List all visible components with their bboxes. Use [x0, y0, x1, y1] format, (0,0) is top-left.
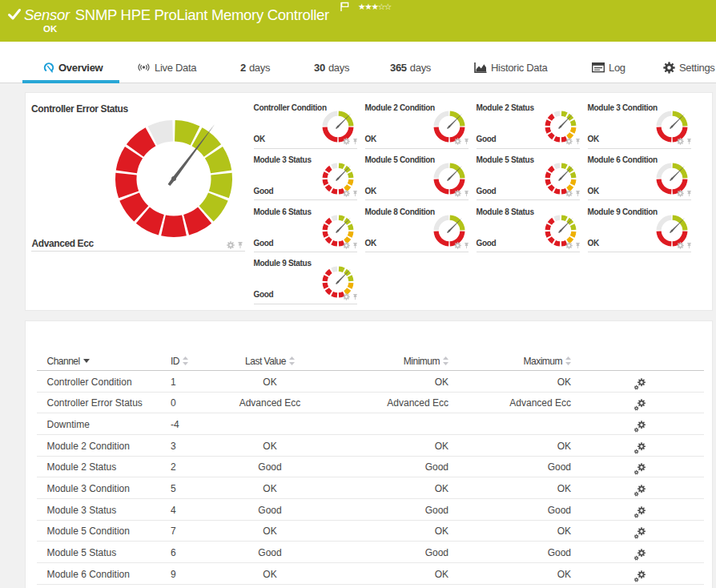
sort-icon[interactable] [183, 356, 188, 365]
gauge-settings-gear-icon[interactable] [565, 190, 573, 197]
channel-row[interactable]: Module 2 Status2GoodGoodGood [37, 456, 704, 477]
tab-365-days[interactable]: 365days [390, 53, 431, 82]
channel-settings-icon[interactable] [634, 441, 646, 453]
cell-id: 1 [171, 371, 176, 393]
tab-log[interactable]: Log [592, 53, 625, 82]
tab-30-days[interactable]: 30days [314, 53, 349, 82]
sensor-status-header: Sensor SNMP HPE ProLiant Memory Controll… [0, 0, 716, 42]
gauge-settings-gear-icon[interactable] [343, 138, 350, 145]
gauge-settings-gear-icon[interactable] [454, 242, 461, 249]
gauge-settings-gear-icon[interactable] [343, 190, 350, 197]
column-label: Maximum [523, 356, 562, 367]
column-header-last_value[interactable]: Last Value [206, 352, 334, 370]
gauge-pin-icon[interactable] [463, 138, 470, 145]
gauge-pin-icon[interactable] [686, 242, 693, 249]
sensor-title-line: Sensor SNMP HPE ProLiant Memory Controll… [24, 4, 329, 26]
gauge-cell-divider [477, 148, 580, 149]
channel-row[interactable]: Module 5 Condition7OKOKOK [37, 520, 704, 542]
channel-settings-icon[interactable] [634, 505, 646, 518]
gauge-value: Good [254, 187, 274, 195]
sort-icon[interactable] [289, 356, 295, 365]
gauge-value: Good [477, 187, 497, 195]
cell-min: Good [362, 542, 449, 563]
channel-row[interactable]: Module 6 Condition9OKOKOK [37, 563, 704, 585]
gauge-settings-gear-icon[interactable] [343, 293, 350, 300]
sort-desc-icon[interactable] [83, 359, 90, 363]
channel-settings-icon[interactable] [634, 461, 646, 474]
gauge-pin-icon[interactable] [352, 190, 359, 197]
column-header-channel[interactable]: Channel [47, 352, 90, 370]
channel-row[interactable]: Module 5 Status6GoodGoodGood [37, 542, 704, 563]
gauge-pin-icon[interactable] [463, 242, 470, 249]
cell-channel: Module 5 Status [47, 542, 117, 563]
gauge-pin-icon[interactable] [686, 138, 693, 145]
tab-bar: OverviewLive Data2days30days365daysHisto… [0, 42, 716, 83]
cell-min: OK [362, 371, 449, 393]
gauge-pin-icon[interactable] [574, 190, 581, 197]
gauge-cell-divider [588, 148, 691, 149]
column-header-id[interactable]: ID [171, 352, 188, 370]
gauge-settings-gear-icon[interactable] [565, 138, 573, 145]
column-header-maximum[interactable]: Maximum [485, 352, 571, 370]
gauge-settings-gear-icon[interactable] [565, 242, 573, 249]
sensor-status-text: OK [43, 24, 57, 34]
gauge-pin-icon[interactable] [574, 242, 581, 249]
gauge-pin-icon[interactable] [352, 242, 359, 249]
cell-last: OK [206, 520, 334, 542]
gauge-pin-icon[interactable] [463, 190, 470, 197]
gauge-icon [43, 62, 54, 73]
tab-2-days[interactable]: 2days [240, 53, 270, 82]
gauge-cell-divider [588, 199, 691, 200]
cell-last: Good [206, 456, 334, 477]
gauge-settings-gear-icon[interactable] [677, 190, 684, 197]
gauge-settings-gear-icon[interactable] [454, 138, 461, 145]
gauge-settings-gear-icon[interactable] [677, 242, 684, 249]
tab-overview[interactable]: Overview [43, 53, 103, 82]
column-header-minimum[interactable]: Minimum [362, 352, 449, 370]
cell-channel: Downtime [47, 413, 90, 435]
channel-row[interactable]: Module 3 Status4GoodGoodGood [37, 499, 704, 521]
tab-historic-data[interactable]: Historic Data [474, 53, 548, 82]
gauge-settings-gear-icon[interactable] [677, 138, 684, 145]
gauges-panel: Controller Error Status Advanced Ecc Con… [25, 92, 713, 311]
sort-icon[interactable] [565, 356, 571, 365]
channel-settings-icon[interactable] [634, 397, 646, 410]
channel-settings-icon[interactable] [634, 483, 646, 496]
gauge-pin-icon[interactable] [352, 293, 359, 300]
channel-row[interactable]: Downtime-4 [37, 413, 704, 435]
cell-max: OK [485, 435, 571, 457]
tab-label: days [410, 62, 431, 74]
cell-channel: Module 6 Condition [47, 563, 130, 585]
gauge-settings-gear-icon[interactable] [343, 242, 350, 249]
channel-settings-icon[interactable] [634, 419, 646, 432]
cell-max [485, 413, 571, 435]
tab-settings[interactable]: Settings [663, 53, 715, 82]
column-label: Minimum [404, 356, 440, 367]
channel-row[interactable]: Module 3 Condition5OKOKOK [37, 477, 704, 499]
gauge-settings-gear-icon[interactable] [454, 190, 461, 197]
cell-max: Good [485, 456, 571, 477]
gauge-settings-gear-icon[interactable] [227, 241, 235, 249]
channel-settings-icon[interactable] [634, 377, 646, 389]
channel-row[interactable]: Module 2 Condition3OKOKOK [37, 435, 704, 457]
gauge-title: Module 2 Status [477, 103, 534, 112]
tab-live-data[interactable]: Live Data [137, 53, 196, 82]
gauge-pin-icon[interactable] [352, 138, 359, 145]
tab-number: 30 [314, 62, 325, 74]
channel-row[interactable]: Controller Condition1OKOKOK [37, 371, 704, 393]
channel-settings-icon[interactable] [634, 569, 646, 582]
gauge-pin-icon[interactable] [236, 241, 244, 249]
gauge-value: Good [254, 239, 274, 248]
priority-stars[interactable]: ★★★☆☆ [358, 2, 391, 11]
channel-settings-icon[interactable] [634, 526, 646, 538]
gauge-pin-icon[interactable] [574, 138, 581, 145]
sort-icon[interactable] [443, 356, 449, 365]
cell-id: 0 [171, 392, 176, 413]
cell-channel: Module 2 Condition [47, 435, 130, 457]
cell-last: Good [206, 542, 334, 563]
tab-label: Settings [679, 62, 715, 74]
gauge-pin-icon[interactable] [686, 190, 693, 197]
channel-row[interactable]: Controller Error Status0Advanced EccAdva… [37, 392, 704, 413]
flag-icon[interactable] [340, 2, 350, 12]
channel-settings-icon[interactable] [634, 547, 646, 560]
